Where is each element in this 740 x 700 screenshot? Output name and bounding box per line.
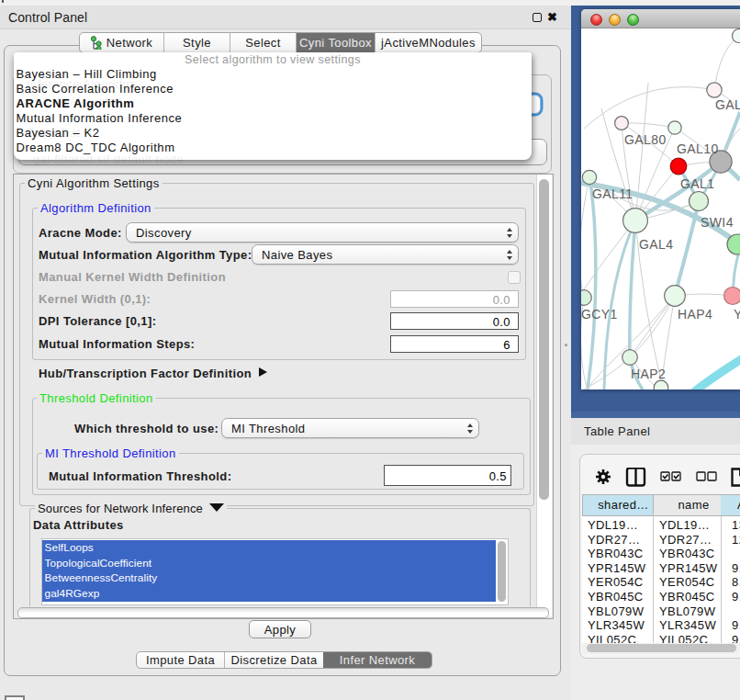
svg-text:GAL10: GAL10 bbox=[677, 141, 719, 156]
svg-text:GCY1: GCY1 bbox=[581, 307, 618, 322]
svg-text:SWI4: SWI4 bbox=[701, 215, 734, 230]
svg-text:GAL11: GAL11 bbox=[592, 186, 633, 201]
svg-text:GAL80: GAL80 bbox=[624, 132, 667, 147]
svg-text:GAL1: GAL1 bbox=[680, 176, 714, 191]
svg-text:HAP4: HAP4 bbox=[678, 307, 712, 322]
svg-text:GAL4: GAL4 bbox=[639, 237, 673, 252]
svg-text:GAL2: GAL2 bbox=[715, 97, 740, 112]
svg-text:HAP2: HAP2 bbox=[631, 367, 666, 381]
svg-text:Y: Y bbox=[734, 307, 740, 322]
